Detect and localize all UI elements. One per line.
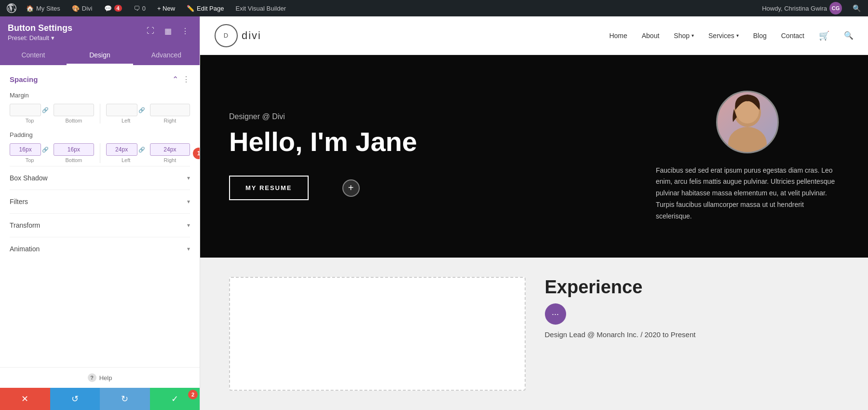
- divi-logo: D divi: [215, 24, 261, 47]
- cart-icon[interactable]: 🛒: [819, 30, 829, 41]
- filters-title: Filters: [10, 198, 28, 205]
- filters-header[interactable]: Filters ▾: [10, 198, 190, 205]
- padding-top-input[interactable]: [10, 143, 41, 156]
- padding-right-pair: Right: [150, 143, 190, 163]
- spacing-section-header: Spacing ⌃ ⋮: [10, 75, 190, 84]
- add-element-button[interactable]: +: [342, 179, 360, 197]
- transform-chevron-icon[interactable]: ▾: [187, 222, 190, 229]
- admin-search-icon[interactable]: 🔍: [849, 0, 864, 16]
- wordpress-icon[interactable]: [4, 0, 19, 16]
- nav-search-icon[interactable]: 🔍: [844, 31, 854, 40]
- padding-label: Padding: [10, 131, 190, 138]
- transform-title: Transform: [10, 221, 40, 229]
- box-shadow-header[interactable]: Box Shadow ▾: [10, 174, 190, 182]
- animation-header[interactable]: Animation ▾: [10, 245, 190, 253]
- save-button[interactable]: ✓ 2: [150, 388, 200, 410]
- tab-advanced[interactable]: Advanced: [133, 46, 200, 65]
- nav-blog[interactable]: Blog: [753, 32, 767, 40]
- animation-chevron-icon[interactable]: ▾: [187, 246, 190, 252]
- hero-left: Designer @ Divi Hello, I'm Jane MY RESUM…: [229, 112, 637, 201]
- padding-top-label: Top: [26, 157, 34, 163]
- margin-bottom-label: Bottom: [65, 118, 82, 123]
- margin-bottom-input[interactable]: [54, 104, 94, 116]
- hero-cta-row: MY RESUME +: [229, 176, 637, 200]
- admin-bar-right: Howdy, Christina Gwira CG 🔍: [757, 0, 864, 16]
- box-shadow-section: Box Shadow ▾: [10, 166, 190, 190]
- chat-menu[interactable]: 🗨 0: [129, 0, 150, 16]
- svg-point-1: [728, 127, 767, 153]
- panel-header-icons: ⛶ ▦ ⋮: [144, 24, 192, 38]
- spacing-chevron-icon[interactable]: ⌃: [172, 75, 178, 84]
- margin-bottom-pair: Bottom: [54, 104, 94, 123]
- below-right: Experience ··· Design Lead @ Monarch Inc…: [545, 277, 840, 391]
- experience-dots-button[interactable]: ···: [545, 303, 566, 325]
- hero-subtitle: Designer @ Divi: [229, 112, 637, 121]
- transform-header[interactable]: Transform ▾: [10, 221, 190, 229]
- margin-left-label: Left: [122, 118, 130, 123]
- nav-about[interactable]: About: [642, 32, 660, 40]
- my-sites-menu[interactable]: 🏠 My Sites: [21, 0, 65, 16]
- filters-chevron-icon[interactable]: ▾: [187, 198, 190, 205]
- padding-bottom-pair: Bottom: [54, 143, 94, 163]
- margin-right-input[interactable]: [150, 104, 190, 116]
- padding-left-label: Left: [122, 157, 130, 163]
- help-icon: ?: [88, 373, 96, 382]
- new-menu[interactable]: + New: [152, 0, 180, 16]
- margin-left-input[interactable]: [106, 104, 137, 116]
- nav-home[interactable]: Home: [609, 32, 627, 40]
- help-link[interactable]: ? Help: [88, 373, 112, 382]
- padding-top-wrap: 🔗: [10, 143, 50, 156]
- user-avatar: CG: [829, 2, 842, 14]
- panel-more-icon[interactable]: ⋮: [178, 24, 192, 38]
- tab-content[interactable]: Content: [0, 46, 67, 65]
- nav-contact[interactable]: Contact: [781, 32, 804, 40]
- padding-badge: 1: [193, 148, 200, 159]
- logo-name: divi: [242, 29, 261, 42]
- margin-inputs: 🔗 Top Bottom 🔗: [10, 104, 190, 123]
- margin-link-icon[interactable]: 🔗: [41, 107, 50, 113]
- margin-right-wrap: [150, 104, 190, 116]
- padding-inputs: 🔗 Top Bottom: [10, 143, 190, 163]
- hero-description: Faucibus sed sed erat ipsum purus egesta…: [656, 165, 839, 222]
- cancel-button[interactable]: ✕: [0, 388, 50, 410]
- margin-divider: [100, 104, 100, 123]
- margin-top-wrap: 🔗: [10, 104, 50, 116]
- tab-design[interactable]: Design: [67, 46, 133, 65]
- redo-button[interactable]: ↻: [100, 388, 150, 410]
- transform-section: Transform ▾: [10, 213, 190, 237]
- nav-services[interactable]: Services ▾: [708, 32, 739, 40]
- padding-right-input[interactable]: [150, 143, 190, 156]
- experience-subtitle: Design Lead @ Monarch Inc. / 2020 to Pre…: [545, 330, 840, 339]
- nav-shop[interactable]: Shop ▾: [674, 32, 694, 40]
- panel-preset[interactable]: Preset: Default ▾: [8, 34, 72, 41]
- comments-menu[interactable]: 💬 4: [99, 0, 127, 16]
- margin-link2-icon[interactable]: 🔗: [137, 107, 146, 113]
- my-resume-button[interactable]: MY RESUME: [229, 176, 309, 200]
- spacing-more-icon[interactable]: ⋮: [182, 75, 190, 84]
- below-hero-section: Experience ··· Design Lead @ Monarch Inc…: [200, 258, 868, 410]
- padding-link2-icon[interactable]: 🔗: [137, 147, 146, 153]
- hero-avatar: [716, 91, 779, 153]
- help-label: Help: [99, 374, 112, 382]
- padding-left-input[interactable]: [106, 143, 137, 156]
- padding-bottom-input[interactable]: [54, 143, 94, 156]
- edit-page-menu[interactable]: ✏️ Edit Page: [182, 0, 229, 16]
- padding-right-wrap: [150, 143, 190, 156]
- box-shadow-chevron-icon[interactable]: ▾: [187, 175, 190, 181]
- undo-button[interactable]: ↺: [50, 388, 100, 410]
- panel-title: Button Settings: [8, 23, 72, 33]
- user-greeting[interactable]: Howdy, Christina Gwira CG: [757, 0, 847, 16]
- margin-top-input[interactable]: [10, 104, 41, 116]
- shop-caret-icon: ▾: [692, 33, 694, 38]
- padding-divider: [100, 143, 100, 163]
- divi-menu[interactable]: 🎨 Divi: [67, 0, 97, 16]
- panel-title-group: Button Settings Preset: Default ▾: [8, 23, 72, 41]
- padding-link1-icon[interactable]: 🔗: [41, 147, 50, 153]
- exit-builder-menu[interactable]: Exit Visual Builder: [231, 0, 291, 16]
- experience-title: Experience: [545, 277, 840, 298]
- panel-columns-icon[interactable]: ▦: [161, 24, 175, 38]
- margin-bottom-wrap: [54, 104, 94, 116]
- hero-section: Designer @ Divi Hello, I'm Jane MY RESUM…: [200, 55, 868, 258]
- margin-left-wrap: 🔗: [106, 104, 146, 116]
- panel-fullscreen-icon[interactable]: ⛶: [144, 24, 157, 38]
